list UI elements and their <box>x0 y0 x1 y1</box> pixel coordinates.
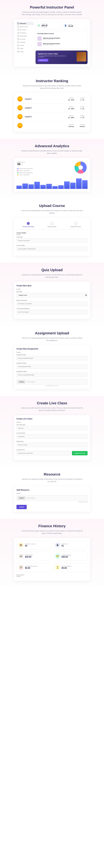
finance-stat: 💳Available Balance$45.00 <box>53 552 88 561</box>
menu-icon <box>18 29 19 30</box>
menu-icon <box>18 38 19 40</box>
trend-up-icon: ↗ <box>22 163 23 165</box>
upload-course-button[interactable]: Upload Course <box>38 59 48 62</box>
ranking-title: Instructor Ranking <box>3 79 101 83</box>
panel-title: Powerful Instructor Panel <box>3 5 101 9</box>
menu-icon <box>18 51 19 52</box>
liveclass-title: Create Live Class <box>3 401 101 405</box>
resource-upload[interactable]: Browse No file selected <box>16 495 88 501</box>
sidebar-item[interactable]: Dashboard <box>16 22 34 25</box>
cta-image <box>77 52 86 61</box>
ranking-desc: Rank your instructors based on the total… <box>21 85 83 89</box>
legend-item: 6 Month · Earn $20.00 <box>18 169 72 172</box>
sidebar-item[interactable]: Finance <box>16 44 34 47</box>
rank-row: Level 1Earning$0 - $100Student0 - 20 <box>18 95 87 103</box>
course-title-input[interactable] <box>16 238 88 243</box>
live-time-input[interactable] <box>16 443 88 447</box>
finance-stat: 💵Total Earnings$45.00 <box>16 552 51 561</box>
sidebar-item[interactable]: Setting <box>16 50 34 53</box>
course-thumb <box>37 36 42 41</box>
finance-icon: ⏳ <box>55 565 60 569</box>
rank-badge-icon <box>18 105 23 111</box>
analytics-title: Advanced Analytics <box>3 144 101 148</box>
create-live-link-button[interactable]: Create Live Link <box>72 451 88 455</box>
menu-icon <box>18 41 19 43</box>
upload-desc: Instructor can easily upload course vide… <box>21 210 83 214</box>
students-stat: 👤 Total Stu 15,10 <box>62 22 88 29</box>
browse-button[interactable]: Browse <box>18 380 26 383</box>
sidebar: DashboardUpload CourseMy CoursesAll Stud… <box>16 22 34 64</box>
live-link-input[interactable] <box>16 451 71 455</box>
legend-item: Maching learning with python <box>18 167 72 169</box>
rank-row: Level 2Earning$0 - $500Student0 - 30 <box>18 103 87 112</box>
finance-icon: 🎓 <box>55 543 60 547</box>
sidebar-item[interactable]: Certificate <box>16 41 34 44</box>
panel-desc: Instructors can get a thorough insight o… <box>21 11 83 16</box>
finance-stat: 📚Number of Courses03 <box>16 540 51 550</box>
course-subtitle-input[interactable] <box>16 247 88 251</box>
finance-icon: 💳 <box>55 554 60 558</box>
assignment-topic-input[interactable] <box>16 356 88 361</box>
upload-cta: Upload Your Course Today It is a long es… <box>36 51 88 64</box>
sidebar-item[interactable]: Live Class <box>16 37 34 41</box>
finance-stat: ⏳Pending Withdraw$0.00 <box>53 563 88 572</box>
menu-icon <box>18 48 19 49</box>
rank-badge-icon <box>18 96 23 101</box>
bar-chart <box>16 179 88 189</box>
sidebar-item[interactable]: My Courses <box>16 28 34 31</box>
assignment-details-input[interactable] <box>16 373 88 377</box>
file-upload[interactable]: Browse No file selected <box>16 379 88 384</box>
recent-courses: Recently Added Courses. Maching learning… <box>36 31 88 49</box>
finance-stat: 🎓Total Enroll01 <box>53 540 88 550</box>
menu-icon <box>18 26 19 27</box>
assignment-desc: Instructor can upload assignment from hi… <box>21 337 83 342</box>
sidebar-item[interactable]: All Students <box>16 31 34 34</box>
marks-input[interactable] <box>16 302 88 306</box>
upload-title: Upload Course <box>3 204 101 208</box>
dollar-icon: $ <box>37 24 41 27</box>
legend-item: 6 Month · Earn $20.00 <box>18 174 72 176</box>
resource-desc: Instructor can upload any kinds of Resou… <box>21 478 83 483</box>
rank-badge-icon <box>18 123 23 128</box>
course-item[interactable]: Maching learning with python6 Month · Ea… <box>37 36 85 41</box>
sidebar-item[interactable]: Upload Course <box>16 25 34 28</box>
menu-icon <box>18 35 19 37</box>
assignment-marks-input[interactable] <box>16 364 88 369</box>
course-thumb <box>37 42 42 46</box>
submit-button[interactable]: Submit <box>16 505 27 509</box>
menu-icon <box>18 32 19 33</box>
resource-title: Resource <box>3 472 101 476</box>
rank-badge-icon <box>18 114 23 119</box>
user-icon: 👤 <box>64 24 67 27</box>
course-item[interactable]: Maching learning with python6 Month · Ea… <box>37 41 85 47</box>
live-topic-input[interactable] <box>16 426 88 430</box>
upload-tab[interactable]: Course Overview <box>16 220 40 229</box>
quiz-desc: Instructor Can upload quiz from him pane… <box>21 274 83 278</box>
finance-icon: 📚 <box>19 543 23 547</box>
quiz-type-select[interactable]: Multiple Choice <box>16 293 88 298</box>
menu-icon <box>18 23 19 24</box>
live-date-input[interactable] <box>16 434 88 439</box>
assignment-title: Assignment Upload <box>3 331 101 335</box>
rank-row: EarningEarningStudentStudent <box>18 121 87 130</box>
sidebar-item[interactable]: Notice Board <box>16 34 34 37</box>
finance-icon: 💸 <box>19 565 23 569</box>
finance-icon: 💵 <box>19 554 23 558</box>
finance-title: Finance History <box>3 524 101 528</box>
donut-chart <box>74 161 87 174</box>
duration-input[interactable] <box>16 310 88 314</box>
legend-item: Maching learning with python <box>18 172 72 174</box>
upload-tab[interactable]: Submit Process <box>64 220 88 229</box>
liveclass-desc: Instructor can offer Zoom live class for… <box>21 407 83 412</box>
browse-button[interactable]: Browse <box>18 496 26 499</box>
rank-row: Level 3Earning$0 - $800Student0 - 50 <box>18 112 87 121</box>
sidebar-item[interactable]: Profile <box>16 47 34 50</box>
analytics-desc: Measure the performance and effectivenes… <box>21 150 83 155</box>
finance-desc: From the instructor panel, instructor ca… <box>21 530 83 534</box>
earning-stat: $ Total Earning $45.45 This month <box>36 22 61 29</box>
menu-icon <box>18 44 19 46</box>
quiz-title: Quiz Upload <box>3 268 101 272</box>
finance-stat: 💸Total Withdraw Amount$0.00 <box>16 563 51 572</box>
upload-tab[interactable]: Upload Video <box>40 220 64 229</box>
